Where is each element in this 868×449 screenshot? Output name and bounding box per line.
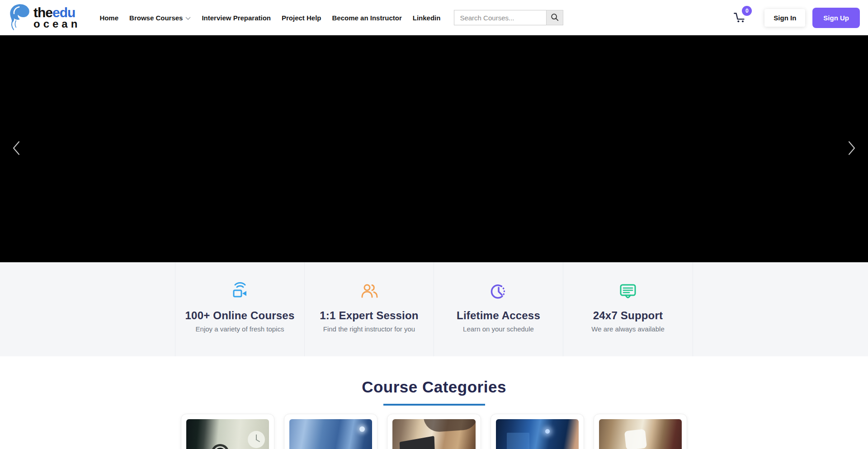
laptop-shape-graphic (400, 436, 435, 449)
main-nav: Home Browse Courses Interview Preparatio… (99, 14, 440, 22)
category-card-3[interactable] (387, 414, 481, 449)
title-underline (383, 404, 485, 406)
sign-up-button[interactable]: Sign Up (812, 8, 860, 28)
feature-support: 24x7 Support We are always available (563, 262, 693, 356)
section-title: Course Categories (0, 378, 868, 396)
header: theedu ocean Home Browse Courses Intervi… (0, 0, 868, 35)
category-card-1[interactable] (181, 414, 274, 449)
nav-item-browse-courses[interactable]: Browse Courses (129, 14, 191, 22)
category-card-5[interactable] (594, 414, 687, 449)
chevron-left-icon (8, 153, 25, 160)
course-categories-section: Course Categories (0, 356, 868, 449)
feature-title: Lifetime Access (434, 309, 563, 322)
photo-digital-screen-hand (496, 419, 579, 449)
site-logo[interactable]: theedu ocean (8, 2, 80, 33)
users-icon (305, 280, 434, 303)
clock-graphic (248, 431, 265, 448)
chevron-right-icon (843, 153, 860, 160)
clock-icon (434, 280, 563, 303)
logo-text: theedu ocean (33, 6, 80, 29)
sign-in-button[interactable]: Sign In (764, 9, 805, 27)
cart-button[interactable]: 0 (733, 10, 746, 25)
chat-icon (563, 280, 693, 303)
photo-person-silhouette-clock (186, 419, 269, 449)
glow-dot-graphic (545, 429, 550, 434)
feature-title: 1:1 Expert Session (305, 309, 434, 322)
features-band: 100+ Online Courses Enjoy a variety of f… (0, 262, 868, 356)
screen-panel-graphic (507, 433, 529, 449)
video-camera-icon (175, 280, 304, 303)
nav-item-interview-preparation[interactable]: Interview Preparation (202, 14, 271, 22)
hero-carousel (0, 35, 868, 262)
search-button[interactable] (546, 10, 563, 25)
photo-office-keyboard-hands (599, 419, 682, 449)
logo-ocean: ocean (33, 19, 80, 29)
cart-count-badge: 0 (742, 6, 752, 16)
nav-item-project-help[interactable]: Project Help (282, 14, 321, 22)
feature-title: 100+ Online Courses (175, 309, 304, 322)
nav-item-linkedin[interactable]: Linkedin (413, 14, 441, 22)
nav-item-become-instructor[interactable]: Become an Instructor (332, 14, 402, 22)
arm-shape-graphic (424, 419, 475, 433)
feature-subtitle: Find the right instructor for you (305, 325, 434, 333)
feature-online-courses: 100+ Online Courses Enjoy a variety of f… (175, 262, 305, 356)
category-card-4[interactable] (491, 414, 584, 449)
icon-chip-graphic (624, 429, 647, 449)
course-search (454, 10, 563, 25)
cart-icon (733, 17, 746, 24)
feature-subtitle: Learn on your schedule (434, 325, 563, 333)
photo-laptop-desk-work (392, 419, 475, 449)
carousel-prev-button[interactable] (6, 137, 27, 161)
search-icon (550, 13, 559, 23)
feature-lifetime-access: Lifetime Access Learn on your schedule (434, 262, 563, 356)
feature-expert-session: 1:1 Expert Session Find the right instru… (305, 262, 434, 356)
light-dot-graphic (359, 426, 365, 432)
feature-subtitle: We are always available (563, 325, 693, 333)
photo-blue-technology (289, 419, 372, 449)
category-card-2[interactable] (284, 414, 377, 449)
feature-title: 24x7 Support (563, 309, 693, 322)
search-input[interactable] (454, 10, 546, 25)
carousel-next-button[interactable] (841, 137, 862, 161)
chevron-down-icon (185, 14, 191, 22)
wave-logo-icon (8, 2, 32, 33)
target-ring-graphic (213, 446, 227, 449)
category-cards-row (181, 414, 687, 449)
nav-item-home[interactable]: Home (99, 14, 118, 22)
feature-subtitle: Enjoy a variety of fresh topics (175, 325, 304, 333)
